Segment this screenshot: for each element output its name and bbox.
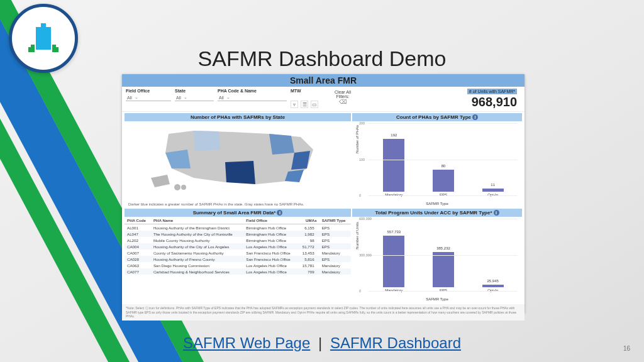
x-axis-label: SAFMR Type [354,297,520,301]
panel-count-chart: Count of PHAs by SAFMR Typei Number of P… [352,113,522,207]
col-field-office[interactable]: Field Office [243,217,297,224]
map-legend-note: Darker blue indicates a greater number o… [128,202,347,206]
chevron-down-icon: ⌄ [135,95,138,100]
separator: | [318,334,322,351]
filter-bar: Field Office All⌄ State All⌄ PHA Code & … [122,87,525,112]
footer-links: SAFMR Web Page | SAFMR Dashboard [0,334,644,352]
metric-value: 968,910 [472,95,517,109]
svg-rect-1 [41,23,46,50]
bar[interactable]: 192Mandatory [380,139,407,197]
dashboard-title: Small Area FMR [122,74,525,87]
col-pha-code[interactable]: PHA Code [125,217,151,224]
info-icon[interactable]: i [494,210,499,216]
panel-map: Number of PHAs with SAFMRs by State Dark… [125,113,351,207]
summary-table[interactable]: PHA Code PHA Name Field Office UMAs SAFM… [125,217,351,275]
col-safmr-type[interactable]: SAFMR Type [319,217,351,224]
y-axis-label: Number of Units [355,222,359,249]
panel-title: Count of PHAs by SAFMR Type [396,114,471,120]
svg-point-7 [174,184,180,190]
dashboard-footnote: *Note: Select ⓘ icon for definitions. PH… [122,304,525,321]
us-map[interactable] [143,124,332,194]
panel-table: Summary of Small Area FMR Data*i PHA Cod… [125,209,351,303]
filter-label: PHA Code & Name [218,89,287,93]
bar-chart-count[interactable]: Number of PHAs 192Mandatory80EPS11Opt-In… [354,123,520,206]
panel-title: Summary of Small Area FMR Data* [193,210,276,216]
clear-all-filters[interactable]: Clear All Filters: ⌫ [330,89,356,105]
table-row[interactable]: CA028Housing Authority of Fresno CountyS… [125,256,351,262]
filter-label: State [175,89,214,93]
panel-units-chart: Total Program Units Under ACC by SAFMR T… [352,209,522,303]
bar[interactable]: 385,232EPS [430,252,457,293]
col-umas[interactable]: UMAs [298,217,319,224]
panel-title: Total Program Units Under ACC by SAFMR T… [375,210,492,216]
chevron-down-icon: ⌄ [226,95,230,100]
bar[interactable]: 80EPS [430,170,457,197]
filter-label: MTW [291,89,326,93]
filter-icon-2[interactable]: ▭ [311,101,318,108]
table-row[interactable]: AL202Mobile County Housing AuthorityBirm… [125,237,351,243]
table-row[interactable]: CA077Carlsbad Housing & Neighborhood Ser… [125,268,351,275]
table-row[interactable]: AL001Housing Authority of the Birmingham… [125,224,351,231]
col-pha-name[interactable]: PHA Name [151,217,243,224]
dashboard-screenshot: Small Area FMR Field Office All⌄ State A… [122,74,525,313]
funnel-icon[interactable]: ▿ [291,101,298,108]
eraser-icon[interactable]: ⌫ [330,99,356,105]
bar-chart-units[interactable]: Number of Units 557,733Mandatory385,232E… [354,219,520,301]
filter-icon[interactable]: ☰ [301,101,308,108]
info-icon[interactable]: i [277,210,282,216]
table-row[interactable]: AL047The Housing Authority of the City o… [125,231,351,237]
table-row[interactable]: CA007County of Sacramento Housing Author… [125,250,351,256]
link-safmr-web-page[interactable]: SAFMR Web Page [183,334,310,351]
table-row[interactable]: CA004Housing Authority of the City of Lo… [125,243,351,250]
chevron-down-icon: ⌄ [184,95,187,100]
units-metric: # of Units with SAFMR* 968,910 [467,89,521,109]
info-icon[interactable]: i [472,114,478,120]
svg-point-8 [181,185,186,190]
x-axis-label: SAFMR Type [354,202,520,206]
filter-state[interactable]: State All⌄ [175,89,214,101]
filter-pha[interactable]: PHA Code & Name All⌄ [218,89,287,101]
table-row[interactable]: CA063San Diego Housing CommissionLos Ang… [125,262,351,268]
link-safmr-dashboard[interactable]: SAFMR Dashboard [330,334,461,351]
bar[interactable]: 557,733Mandatory [380,236,407,292]
panel-title: Number of PHAs with SAFMRs by State [125,113,351,121]
y-axis-label: Number of PHAs [355,124,359,153]
filter-label: Field Office [126,89,171,93]
slide-title: SAFMR Dashboard Demo [0,47,644,71]
metric-label: # of Units with SAFMR* [467,89,517,94]
filter-field-office[interactable]: Field Office All⌄ [126,89,171,101]
filter-mtw[interactable]: MTW ▿ ☰ ▭ [291,89,326,108]
